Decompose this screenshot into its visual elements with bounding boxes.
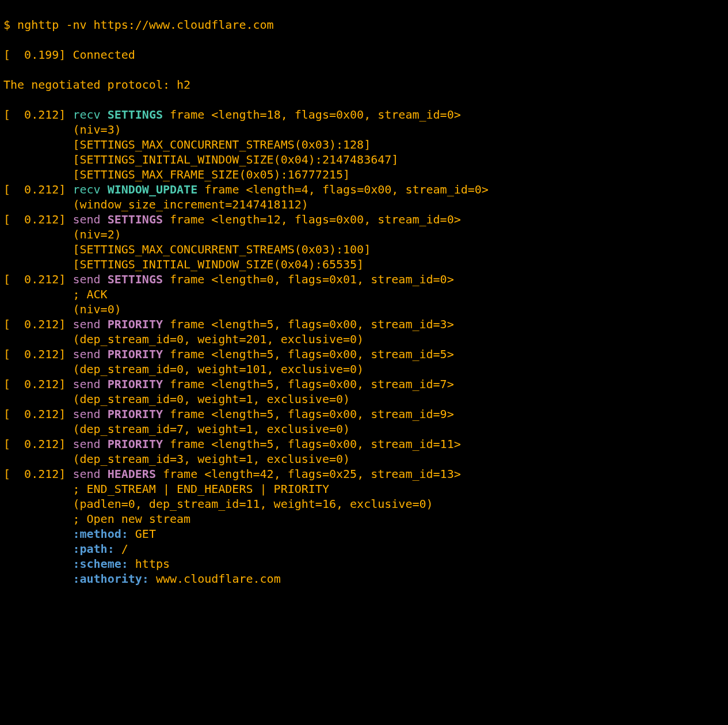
frame-detail-text: [SETTINGS_INITIAL_WINDOW_SIZE(0x04):6553… [73, 257, 364, 271]
timestamp: [ 0.212] [3, 347, 66, 361]
frame-keyword: PRIORITY [108, 377, 163, 391]
pseudo-header-name: :path [73, 542, 107, 556]
frame-detail-text: (padlen=0, dep_stream_id=11, weight=16, … [73, 497, 433, 511]
frame-desc: frame <length=4, flags=0x00, stream_id=0… [197, 183, 489, 196]
frame-detail-text: [SETTINGS_MAX_FRAME_SIZE(0x05):16777215] [73, 168, 350, 181]
pseudo-header-name: :method [73, 527, 121, 541]
command-text: nghttp -nv https://www.cloudflare.com [17, 18, 274, 32]
timestamp: [ 0.212] [3, 467, 66, 481]
pseudo-header: :scheme: https [3, 556, 725, 571]
frame-keyword: SETTINGS [108, 212, 163, 226]
terminal-output: $ nghttp -nv https://www.cloudflare.com … [0, 0, 728, 603]
frame-detail-text: [SETTINGS_INITIAL_WINDOW_SIZE(0x04):2147… [73, 153, 398, 166]
pseudo-header: :method: GET [3, 526, 725, 541]
recv-label: recv [73, 108, 100, 122]
colon: : [121, 527, 128, 541]
frame-detail-text: ; ACK [73, 287, 107, 301]
frame-desc: frame <length=42, flags=0x25, stream_id=… [156, 467, 461, 481]
pseudo-header-value: GET [135, 527, 156, 541]
negotiated-line: The negotiated protocol: h2 [3, 77, 725, 92]
frame-detail: (padlen=0, dep_stream_id=11, weight=16, … [3, 496, 725, 511]
frame-desc: frame <length=5, flags=0x00, stream_id=3… [163, 317, 454, 331]
frame-keyword: SETTINGS [108, 108, 163, 122]
frame-detail-text: (niv=0) [73, 302, 121, 316]
frame-detail: [SETTINGS_INITIAL_WINDOW_SIZE(0x04):2147… [3, 152, 725, 167]
frame-detail-text: [SETTINGS_MAX_CONCURRENT_STREAMS(0x03):1… [73, 138, 371, 151]
send-label: send [73, 467, 100, 481]
pseudo-header: :path: / [3, 541, 725, 556]
frame-header: [ 0.212] send SETTINGS frame <length=0, … [3, 272, 725, 287]
recv-label: recv [73, 183, 100, 196]
colon: : [121, 557, 128, 571]
frame-detail-text: ; Open new stream [73, 512, 190, 526]
frame-header: [ 0.212] send PRIORITY frame <length=5, … [3, 377, 725, 392]
pseudo-header-name: :scheme [73, 557, 121, 571]
frame-keyword: PRIORITY [108, 347, 163, 361]
frame-header: [ 0.212] send HEADERS frame <length=42, … [3, 466, 725, 481]
frames-block: [ 0.212] recv SETTINGS frame <length=18,… [3, 107, 725, 586]
frame-detail: ; Open new stream [3, 511, 725, 526]
send-label: send [73, 347, 100, 361]
frame-detail-text: (niv=2) [73, 227, 121, 241]
send-label: send [73, 437, 100, 451]
frame-detail: [SETTINGS_MAX_FRAME_SIZE(0x05):16777215] [3, 167, 725, 182]
frame-desc: frame <length=18, flags=0x00, stream_id=… [163, 108, 461, 122]
frame-detail: (dep_stream_id=0, weight=1, exclusive=0) [3, 392, 725, 407]
send-label: send [73, 272, 100, 286]
pseudo-header-value: https [135, 557, 170, 571]
frame-detail-text: (dep_stream_id=0, weight=201, exclusive=… [73, 332, 364, 346]
send-label: send [73, 377, 100, 391]
frame-desc: frame <length=5, flags=0x00, stream_id=1… [163, 437, 461, 451]
timestamp: [ 0.212] [3, 272, 66, 286]
colon: : [142, 572, 149, 586]
frame-header: [ 0.212] send PRIORITY frame <length=5, … [3, 347, 725, 362]
colon: : [108, 542, 115, 556]
timestamp: [ 0.212] [3, 437, 66, 451]
frame-header: [ 0.212] send PRIORITY frame <length=5, … [3, 317, 725, 332]
frame-detail-text: (dep_stream_id=7, weight=1, exclusive=0) [73, 422, 350, 436]
pseudo-header: :authority: www.cloudflare.com [3, 571, 725, 586]
frame-detail: ; ACK [3, 287, 725, 302]
frame-detail: (niv=0) [3, 302, 725, 317]
timestamp: [ 0.212] [3, 212, 66, 226]
send-label: send [73, 212, 100, 226]
frame-keyword: HEADERS [108, 467, 156, 481]
frame-header: [ 0.212] send PRIORITY frame <length=5, … [3, 436, 725, 451]
frame-detail-text: (dep_stream_id=3, weight=1, exclusive=0) [73, 452, 350, 466]
frame-desc: frame <length=5, flags=0x00, stream_id=7… [163, 377, 454, 391]
frame-detail-text: ; END_STREAM | END_HEADERS | PRIORITY [73, 482, 329, 496]
frame-detail: (dep_stream_id=0, weight=101, exclusive=… [3, 362, 725, 377]
frame-desc: frame <length=5, flags=0x00, stream_id=5… [163, 347, 454, 361]
frame-detail: ; END_STREAM | END_HEADERS | PRIORITY [3, 481, 725, 496]
command-line: $ nghttp -nv https://www.cloudflare.com [3, 17, 725, 32]
frame-detail-text: [SETTINGS_MAX_CONCURRENT_STREAMS(0x03):1… [73, 242, 371, 256]
timestamp: [ 0.212] [3, 317, 66, 331]
frame-detail: (niv=3) [3, 122, 725, 137]
prompt: $ [3, 18, 17, 32]
frame-detail: [SETTINGS_MAX_CONCURRENT_STREAMS(0x03):1… [3, 242, 725, 257]
pseudo-header-value: www.cloudflare.com [156, 572, 281, 586]
frame-desc: frame <length=5, flags=0x00, stream_id=9… [163, 407, 454, 421]
timestamp: [ 0.212] [3, 183, 66, 196]
timestamp: [ 0.212] [3, 407, 66, 421]
pseudo-header-name: :authority [73, 572, 142, 586]
frame-detail-text: (niv=3) [73, 123, 121, 136]
send-label: send [73, 317, 100, 331]
frame-keyword: WINDOW_UPDATE [108, 183, 198, 196]
frame-detail-text: (window_size_increment=2147418112) [73, 198, 308, 211]
frame-desc: frame <length=0, flags=0x01, stream_id=0… [163, 272, 454, 286]
frame-keyword: SETTINGS [108, 272, 163, 286]
frame-detail-text: (dep_stream_id=0, weight=101, exclusive=… [73, 362, 364, 376]
frame-detail: (niv=2) [3, 227, 725, 242]
frame-detail: (dep_stream_id=0, weight=201, exclusive=… [3, 332, 725, 347]
timestamp: [ 0.199] [3, 48, 66, 62]
frame-detail: [SETTINGS_INITIAL_WINDOW_SIZE(0x04):6553… [3, 257, 725, 272]
frame-detail: [SETTINGS_MAX_CONCURRENT_STREAMS(0x03):1… [3, 137, 725, 152]
frame-detail: (window_size_increment=2147418112) [3, 197, 725, 212]
send-label: send [73, 407, 100, 421]
frame-detail: (dep_stream_id=7, weight=1, exclusive=0) [3, 422, 725, 436]
frame-keyword: PRIORITY [108, 437, 163, 451]
frame-detail-text: (dep_stream_id=0, weight=1, exclusive=0) [73, 392, 350, 406]
frame-header: [ 0.212] send PRIORITY frame <length=5, … [3, 407, 725, 422]
frame-header: [ 0.212] recv SETTINGS frame <length=18,… [3, 107, 725, 122]
